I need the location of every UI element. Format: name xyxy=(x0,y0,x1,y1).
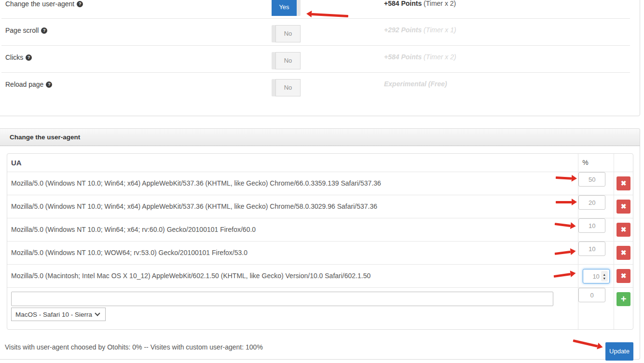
help-icon[interactable]: ? xyxy=(41,27,47,34)
toggle-clicks[interactable]: No xyxy=(272,52,301,69)
new-ua-input[interactable] xyxy=(11,292,553,306)
spinner-up-icon[interactable]: ▲ xyxy=(603,273,605,276)
toggle-no-button[interactable]: No xyxy=(275,79,301,96)
ua-string: Mozilla/5.0 (Windows NT 10.0; Win64; x64… xyxy=(7,218,578,241)
add-ua-button[interactable]: + xyxy=(617,292,630,306)
setting-row-reload-page: Reload page? No Experimental (Free) xyxy=(0,73,637,100)
setting-label: Clicks? xyxy=(5,54,32,61)
table-row: Mozilla/5.0 (Macintosh; Intel Mac OS X 1… xyxy=(7,264,633,287)
help-icon[interactable]: ? xyxy=(46,81,52,88)
points-reward: +292 Points (Timer x 1) xyxy=(384,26,456,34)
points-value: +584 Points xyxy=(384,53,422,61)
help-icon[interactable]: ? xyxy=(26,54,32,61)
ua-column-header: UA xyxy=(7,154,578,172)
points-timer: (Timer x 1) xyxy=(422,26,456,34)
percent-input[interactable] xyxy=(578,195,605,210)
toggle-page-scroll[interactable]: No xyxy=(272,25,301,42)
setting-label-text: Change the user-agent xyxy=(5,0,74,8)
update-button[interactable]: Update xyxy=(605,342,633,361)
toggle-reload-page[interactable]: No xyxy=(272,79,301,96)
table-row: Mozilla/5.0 (Windows NT 10.0; WOW64; rv:… xyxy=(7,241,633,264)
delete-ua-button[interactable]: ✖ xyxy=(617,176,630,190)
toggle-change-user-agent[interactable]: Yes xyxy=(272,0,301,16)
user-agent-panel-header: Change the user-agent xyxy=(0,128,640,146)
percent-input[interactable] xyxy=(578,172,605,187)
setting-row-page-scroll: Page scroll? No +292 Points (Timer x 1) xyxy=(0,19,637,46)
setting-label-text: Clicks xyxy=(5,54,23,61)
points-value: +584 Points xyxy=(384,0,422,7)
points-reward: +584 Points (Timer x 2) xyxy=(384,53,456,61)
ua-string: Mozilla/5.0 (Windows NT 10.0; Win64; x64… xyxy=(7,195,578,218)
setting-label: Change the user-agent? xyxy=(5,0,83,8)
actions-column-header xyxy=(614,154,633,172)
points-value: +292 Points xyxy=(384,26,422,34)
new-ua-row: MacOS - Safari 10 - Sierra + xyxy=(7,287,633,329)
points-timer: (Timer x 2) xyxy=(422,0,456,7)
visit-options-panel: Change the user-agent? Yes +584 Points (… xyxy=(0,0,640,116)
delete-icon: ✖ xyxy=(621,179,627,187)
points-value: Experimental (Free) xyxy=(384,80,447,88)
user-agent-table: UA % Mozilla/5.0 (Windows NT 10.0; Win64… xyxy=(7,153,633,330)
table-header-row: UA % xyxy=(7,154,633,172)
spinner-down-icon[interactable]: ▼ xyxy=(603,277,605,280)
toggle-no-button[interactable]: No xyxy=(275,52,301,69)
delete-ua-button[interactable]: ✖ xyxy=(617,223,630,237)
ua-string: Mozilla/5.0 (Macintosh; Intel Mac OS X 1… xyxy=(7,265,578,287)
delete-icon: ✖ xyxy=(621,226,627,233)
delete-icon: ✖ xyxy=(621,272,627,280)
delete-ua-button[interactable]: ✖ xyxy=(617,269,630,283)
table-row: Mozilla/5.0 (Windows NT 10.0; Win64; x64… xyxy=(7,195,633,218)
percent-input-wrap: ▲ ▼ xyxy=(583,269,610,283)
ua-string: Mozilla/5.0 (Windows NT 10.0; WOW64; rv:… xyxy=(7,242,578,264)
percent-column-header: % xyxy=(578,154,614,172)
percent-input[interactable] xyxy=(578,242,605,256)
percent-input[interactable] xyxy=(578,218,605,233)
delete-ua-button[interactable]: ✖ xyxy=(617,200,630,214)
settings-page: Change the user-agent? Yes +584 Points (… xyxy=(0,0,644,363)
panel-title: Change the user-agent xyxy=(0,129,640,141)
toggle-yes-button[interactable]: Yes xyxy=(272,0,297,16)
table-row: Mozilla/5.0 (Windows NT 10.0; Win64; x64… xyxy=(7,218,633,241)
setting-label: Page scroll? xyxy=(5,27,47,34)
setting-label-text: Page scroll xyxy=(5,27,39,34)
new-percent-input[interactable] xyxy=(578,288,605,302)
ua-distribution-summary: Visits with user-agent choosed by Otohit… xyxy=(5,343,263,351)
delete-icon: ✖ xyxy=(621,249,627,256)
annotation-arrow-percent-2 xyxy=(556,201,572,203)
toggle-no-button[interactable]: No xyxy=(275,25,301,42)
ua-preset-select-wrap: MacOS - Safari 10 - Sierra xyxy=(11,308,106,321)
help-icon[interactable]: ? xyxy=(77,1,83,7)
setting-row-clicks: Clicks? No +584 Points (Timer x 2) xyxy=(0,46,637,73)
table-row: Mozilla/5.0 (Windows NT 10.0; Win64; x64… xyxy=(7,172,633,195)
add-icon: + xyxy=(621,294,627,304)
points-reward: Experimental (Free) xyxy=(384,80,447,88)
ua-string: Mozilla/5.0 (Windows NT 10.0; Win64; x64… xyxy=(7,172,578,195)
setting-label-text: Reload page xyxy=(5,81,43,88)
setting-label: Reload page? xyxy=(5,81,52,88)
ua-preset-select[interactable]: MacOS - Safari 10 - Sierra xyxy=(11,308,106,321)
delete-icon: ✖ xyxy=(621,202,627,210)
points-reward: +584 Points (Timer x 2) xyxy=(384,0,456,7)
number-spinner[interactable]: ▲ ▼ xyxy=(601,271,608,282)
delete-ua-button[interactable]: ✖ xyxy=(617,246,630,260)
points-timer: (Timer x 2) xyxy=(422,53,456,61)
